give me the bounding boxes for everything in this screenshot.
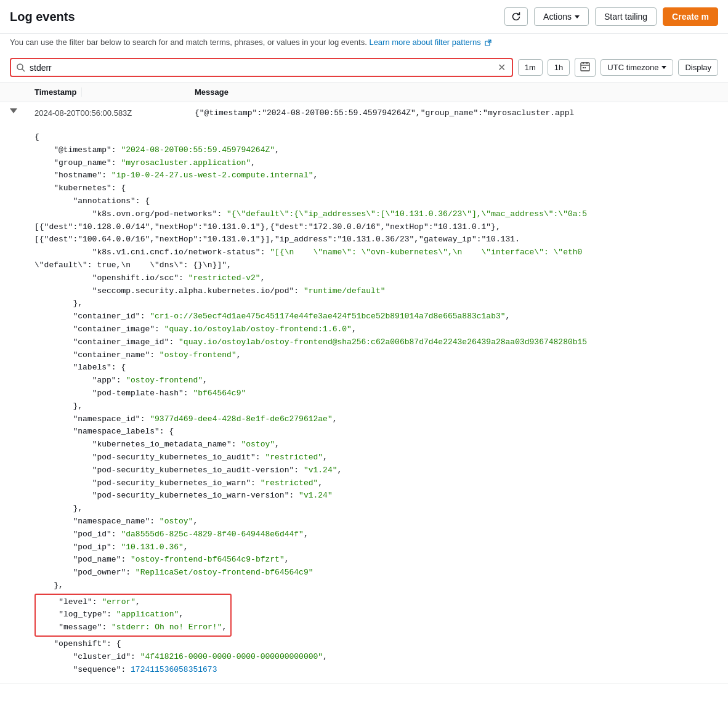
col-message-header: Message [195,87,718,97]
calendar-icon [580,62,590,71]
refresh-button[interactable] [504,7,528,26]
highlight-block: "level": "error", "log_type": "applicati… [34,594,232,637]
display-button[interactable]: Display [678,59,718,76]
search-input[interactable] [30,63,493,73]
arrow-down-icon [10,108,17,113]
learn-more-link[interactable]: Learn more about filter patterns [369,38,491,47]
log-expanded-content: { "@timestamp": "2024-08-20T00:55:59.459… [0,124,728,684]
svg-rect-9 [584,67,586,68]
external-link-icon [485,39,491,46]
calendar-button[interactable] [575,58,596,77]
log-timestamp: 2024-08-20T00:56:00.583Z [34,108,195,118]
log-row: 2024-08-20T00:56:00.583Z {"@timestamp":"… [0,102,728,684]
chevron-down-icon [575,15,580,18]
page-header: Log events Actions Start tailing Create … [0,0,728,34]
table-header: Timestamp Message [0,83,728,102]
create-button[interactable]: Create m [663,7,718,26]
refresh-icon [511,12,521,22]
log-row-summary[interactable]: 2024-08-20T00:56:00.583Z {"@timestamp":"… [0,102,728,124]
clear-search-button[interactable]: ✕ [496,62,507,73]
col-arrow-header [10,87,34,97]
timezone-button[interactable]: UTC timezone [601,59,673,76]
col-divider [81,87,82,97]
svg-point-2 [17,64,23,70]
chevron-down-icon [661,66,666,69]
svg-line-3 [22,69,25,71]
col-timestamp-header: Timestamp [34,87,76,97]
search-wrapper: ✕ [10,58,513,77]
start-tailing-button[interactable]: Start tailing [595,7,657,26]
row-expand-arrow[interactable] [10,108,34,113]
log-message-preview: {"@timestamp":"2024-08-20T00:55:59.45979… [195,108,718,118]
svg-rect-4 [581,63,589,71]
svg-rect-8 [583,67,584,68]
time-1m-button[interactable]: 1m [518,59,543,76]
filter-bar: ✕ 1m 1h UTC timezone Display [0,53,728,83]
search-icon [16,63,26,73]
time-1h-button[interactable]: 1h [548,59,570,76]
page-title: Log events [10,10,498,24]
actions-button[interactable]: Actions [534,7,589,26]
subtitle-bar: You can use the filter bar below to sear… [0,34,728,53]
